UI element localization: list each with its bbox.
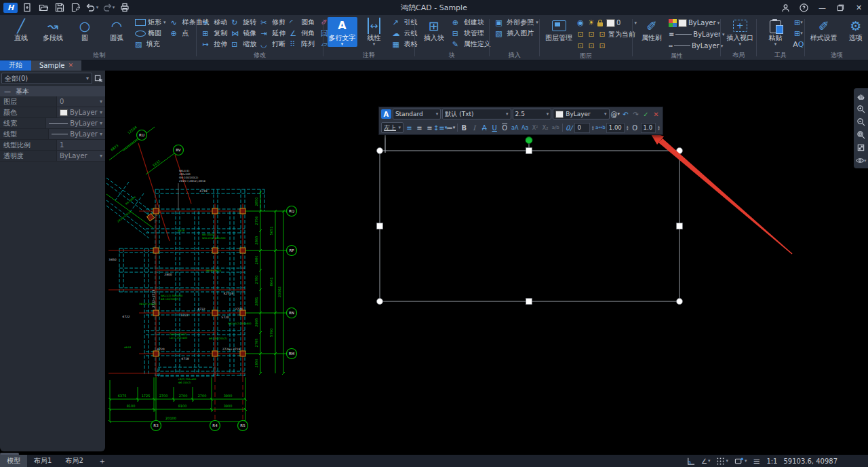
print-icon[interactable] [117, 1, 132, 14]
save-icon[interactable] [52, 1, 66, 14]
mirror-button[interactable]: ⋈镜像 [230, 28, 258, 39]
paste-button[interactable]: 粘贴▾ [760, 17, 790, 47]
pan-icon[interactable] [856, 90, 867, 101]
prop-ltscale-value[interactable]: 1 [56, 140, 105, 150]
copy-base-button[interactable]: ⊞▾ [792, 28, 804, 39]
orbit-icon[interactable]: ▾ [856, 155, 867, 166]
xref-button[interactable]: ▣外部参照▾ [494, 17, 540, 28]
insert-block-button[interactable]: ⊞ 插入块 [419, 17, 449, 43]
zoom-out-icon[interactable] [856, 116, 867, 127]
confirm-icon[interactable]: ✓ [642, 109, 650, 119]
text-color-select[interactable]: ByLayer▾ [553, 109, 609, 119]
extend-button[interactable]: ⇥延伸 [259, 28, 287, 39]
rotate-button[interactable]: ↻旋转 [230, 17, 258, 28]
mtext-button[interactable]: A 多行文字▾ [328, 17, 357, 47]
match-properties-button[interactable]: ✐ 属性刷 [637, 17, 667, 43]
circle-button[interactable]: ○ 圆 [70, 17, 100, 43]
sheet-tab-layout1[interactable]: 布局1 [27, 455, 58, 467]
prop-transparency-value[interactable]: ByLayer▾ [56, 151, 105, 161]
layer-manager-button[interactable]: 图层管理 [544, 17, 574, 43]
italic-button[interactable]: I [470, 123, 479, 133]
align-center-icon[interactable]: ≡ [415, 123, 424, 133]
justify-select[interactable]: 左上▾ [381, 122, 403, 133]
move-button[interactable]: +移动 [201, 17, 229, 28]
attribute-define-button[interactable]: ✎属性定义 [451, 39, 492, 50]
hatch-button[interactable]: ▨ 填充 [134, 39, 167, 50]
strikethrough-button[interactable]: A [480, 123, 489, 133]
dynamic-input-icon[interactable]: ▾ [734, 457, 747, 466]
color-dropdown-icon[interactable]: ▾ [717, 21, 720, 25]
maximize-button[interactable] [831, 0, 850, 15]
line-button[interactable]: ╱ 直线 [6, 17, 36, 43]
options-button[interactable]: ⚙ 选项 [841, 17, 868, 43]
cancel-icon[interactable]: ✕ [652, 109, 660, 119]
tracking-spinner[interactable]: ▴▾ [626, 125, 629, 130]
prop-color-value[interactable]: ByLayer▾ [56, 107, 105, 117]
new-file-icon[interactable] [20, 1, 34, 14]
symbol-insert-button[interactable]: @▾ [611, 109, 620, 119]
grip-handles[interactable] [377, 148, 683, 305]
layer-visibility-icon[interactable]: ◉ [576, 18, 585, 27]
oblique-spinner[interactable]: ▴▾ [591, 125, 595, 130]
redo-text-icon[interactable]: ↷ [631, 109, 640, 119]
selection-filter-select[interactable]: 全部(0)▾ [1, 73, 92, 84]
redo-dropdown-icon[interactable]: ▾ [113, 5, 115, 10]
tab-sample[interactable]: Sample ✕ [31, 60, 81, 71]
subscript-button[interactable]: X₂ [541, 123, 550, 133]
column-width-grip[interactable] [526, 137, 532, 144]
layer-tool-icon[interactable]: ⊡ [597, 41, 607, 50]
ellipse-button[interactable]: 椭圆 [134, 28, 167, 39]
mtext-selection-box[interactable] [377, 134, 683, 305]
tab-start[interactable]: 开始 [0, 60, 31, 71]
tracking-input[interactable]: 1.00 [606, 123, 625, 133]
polar-tracking-icon[interactable]: ∠▾ [701, 457, 710, 465]
quick-select-icon[interactable] [94, 73, 104, 83]
layer-lock-icon[interactable] [597, 22, 603, 26]
create-block-button[interactable]: ⊕创建块 [451, 17, 492, 28]
array-button[interactable]: ⠿阵列 [288, 39, 316, 50]
copy-button[interactable]: ⊞复制 [201, 28, 229, 39]
underline-button[interactable]: U [490, 123, 499, 133]
width-factor-input[interactable]: 1.0 [641, 123, 656, 133]
line-spacing-button[interactable]: ↕≡▾ [435, 123, 445, 133]
prop-linetype-value[interactable]: ByLayer▾ [48, 129, 105, 139]
bold-button[interactable]: B [460, 123, 469, 133]
break-button[interactable]: ◡打断 [259, 39, 287, 50]
linear-dim-button[interactable]: ↔ 线性▾ [359, 17, 389, 47]
zoom-window-icon[interactable] [856, 130, 867, 141]
text-font-select[interactable]: 默认 (Txt)▾ [442, 109, 511, 119]
oblique-angle-input[interactable]: 0 [574, 123, 590, 133]
fillet-button[interactable]: ◜圆角 [288, 17, 316, 28]
layer-tool-icon[interactable]: ⊡ [576, 41, 585, 50]
redo-icon[interactable]: ▾ [101, 1, 115, 14]
prop-layer-value[interactable]: 0▾ [56, 96, 105, 107]
lineweight-display-icon[interactable]: ≡ [753, 456, 760, 466]
layer-tool-icon[interactable]: ⊡ [576, 30, 585, 39]
align-left-icon[interactable]: ≡ [405, 123, 414, 133]
save-as-icon[interactable] [68, 1, 83, 14]
undo-icon[interactable]: ▾ [85, 1, 99, 14]
prop-lineweight-value[interactable]: ByLayer▾ [45, 118, 105, 128]
layer-tool-icon[interactable]: ⊡ [597, 30, 607, 39]
snap-grid-icon[interactable]: ▾ [716, 457, 728, 466]
layer-tool-icon[interactable]: ⊡ [587, 30, 596, 39]
style-settings-button[interactable]: ✐ 样式设置 [809, 17, 839, 43]
color-picker-icon[interactable] [669, 19, 677, 27]
insert-image-button[interactable]: ▧插入图片 [494, 28, 540, 39]
overline-button[interactable]: O [500, 123, 509, 133]
zoom-extents-icon[interactable] [856, 143, 867, 153]
undo-text-icon[interactable]: ↶ [621, 109, 630, 119]
arc-button[interactable]: ◠ 圆弧 [102, 17, 132, 43]
layer-color-swatch[interactable] [606, 19, 615, 27]
stack-fraction-button[interactable]: a/b [551, 123, 560, 133]
copy-clip-button[interactable]: ⊞▾ [792, 17, 804, 28]
tab-close-icon[interactable]: ✕ [68, 62, 74, 69]
annotation-scale[interactable]: 1:1 [766, 457, 777, 465]
ortho-mode-icon[interactable] [686, 457, 695, 466]
sheet-tab-model[interactable]: 模型 [0, 455, 27, 467]
superscript-button[interactable]: X² [531, 123, 540, 133]
layer-tool-icon[interactable]: ⊡ [587, 41, 596, 50]
polyline-button[interactable]: ↝ 多段线 [38, 17, 68, 43]
add-layout-button[interactable]: ＋ [90, 455, 115, 467]
block-manager-button[interactable]: ⊟块管理 [451, 28, 492, 39]
